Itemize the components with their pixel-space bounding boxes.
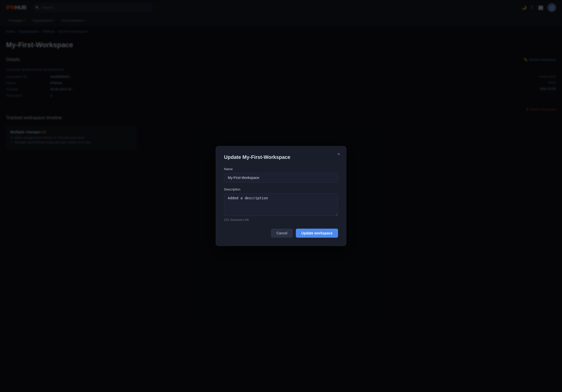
name-input[interactable] <box>224 173 338 182</box>
modal-overlay[interactable]: Update My-First-Workspace × Name Descrip… <box>0 0 562 392</box>
description-textarea[interactable] <box>224 193 338 216</box>
char-count: 231 characters left <box>224 218 338 222</box>
submit-button[interactable]: Update workspace <box>296 229 338 238</box>
name-label: Name <box>224 167 338 171</box>
update-workspace-modal: Update My-First-Workspace × Name Descrip… <box>216 146 346 246</box>
modal-title: Update My-First-Workspace <box>224 154 338 160</box>
cancel-button[interactable]: Cancel <box>271 229 293 238</box>
modal-close-button[interactable]: × <box>336 151 341 157</box>
description-label: Description <box>224 187 338 191</box>
description-form-group: Description 231 characters left <box>224 187 338 222</box>
name-form-group: Name <box>224 167 338 182</box>
modal-footer: Cancel Update workspace <box>224 229 338 238</box>
